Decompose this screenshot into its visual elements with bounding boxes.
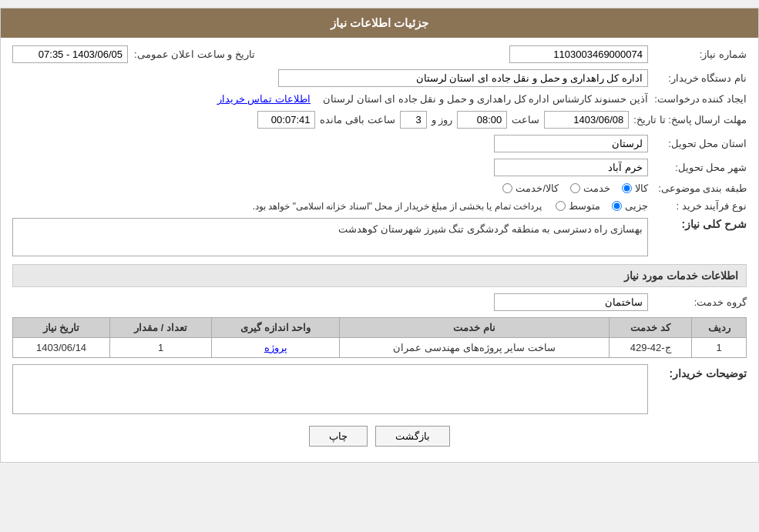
category-kala-label: کالا xyxy=(635,182,648,194)
category-label: طبقه بندی موضوعی: xyxy=(654,182,747,194)
description-value: بهسازی راه دسترسی به منطقه گردشگری تنگ ش… xyxy=(338,223,643,235)
cell-name: ساخت سایر پروژه‌های مهندسی عمران xyxy=(340,338,610,358)
request-number-label: شماره نیاز: xyxy=(654,49,747,60)
city-input[interactable] xyxy=(494,159,648,176)
category-option-kala[interactable]: کالا xyxy=(622,182,648,194)
province-row: استان محل تحویل: xyxy=(12,135,747,152)
process-row: نوع فرآیند خرید : متوسط جزیی پرداخت تمام… xyxy=(12,200,747,212)
process-jozi-radio[interactable] xyxy=(612,201,622,211)
category-radio-group: کالا/خدمت خدمت کالا xyxy=(502,182,648,194)
category-option-kala-khedmat[interactable]: کالا/خدمت xyxy=(502,182,559,194)
col-row: ردیف xyxy=(692,318,747,338)
creator-row: ایجاد کننده درخواست: آذین حسنوند کارشناس… xyxy=(12,93,747,105)
table-row: 1 ج-42-429 ساخت سایر پروژه‌های مهندسی عم… xyxy=(13,338,747,358)
main-container: جزئیات اطلاعات نیاز شماره نیاز: تاریخ و … xyxy=(0,8,759,463)
services-section-title: اطلاعات خدمات مورد نیاز xyxy=(12,264,747,287)
province-input[interactable] xyxy=(494,135,648,152)
category-option-khedmat[interactable]: خدمت xyxy=(570,182,610,194)
service-group-input[interactable] xyxy=(494,293,648,311)
announcement-date-input[interactable] xyxy=(12,45,128,63)
announcement-date-label: تاریخ و ساعت اعلان عمومی: xyxy=(134,49,255,60)
request-number-input[interactable] xyxy=(509,45,648,63)
buyer-notes-textarea[interactable] xyxy=(12,364,648,414)
description-box: بهسازی راه دسترسی به منطقه گردشگری تنگ ش… xyxy=(12,218,648,256)
print-button[interactable]: چاپ xyxy=(309,426,368,447)
category-khedmat-label: خدمت xyxy=(583,182,610,194)
back-button[interactable]: بازگشت xyxy=(375,426,450,447)
buyer-notes-row: توضیحات خریدار: xyxy=(12,364,747,414)
service-group-row: گروه خدمت: xyxy=(12,293,747,311)
deadline-date-input[interactable] xyxy=(544,111,629,129)
buyer-org-row: نام دستگاه خریدار: xyxy=(12,69,747,87)
category-kala-radio[interactable] xyxy=(622,183,632,193)
creator-value: آذین حسنوند کارشناس اداره کل راهداری و ح… xyxy=(323,93,648,105)
table-header-row: ردیف کد خدمت نام خدمت واحد اندازه گیری ت… xyxy=(13,318,747,338)
process-note: پرداخت تمام یا بخشی از مبلغ خریدار از مح… xyxy=(253,201,542,212)
process-option-motavaset[interactable]: متوسط xyxy=(556,200,600,212)
description-section-label: شرح کلی نیاز: xyxy=(654,218,747,230)
contact-link[interactable]: اطلاعات تماس خریدار xyxy=(217,93,311,105)
deadline-label: مهلت ارسال پاسخ: تا تاریخ: xyxy=(633,114,747,125)
province-label: استان محل تحویل: xyxy=(654,138,747,149)
col-unit: واحد اندازه گیری xyxy=(212,318,340,338)
process-motavaset-label: متوسط xyxy=(569,200,600,212)
cell-unit[interactable]: پروژه xyxy=(212,338,340,358)
services-table-container: ردیف کد خدمت نام خدمت واحد اندازه گیری ت… xyxy=(12,317,747,358)
cell-count: 1 xyxy=(110,338,212,358)
deadline-days-label: روز و xyxy=(432,114,453,125)
deadline-time-input[interactable] xyxy=(457,111,507,129)
col-date: تاریخ نیاز xyxy=(13,318,110,338)
deadline-time-label: ساعت xyxy=(512,114,539,125)
col-count: تعداد / مقدار xyxy=(110,318,212,338)
city-row: شهر محل تحویل: xyxy=(12,159,747,176)
deadline-row: مهلت ارسال پاسخ: تا تاریخ: ساعت روز و سا… xyxy=(12,111,747,129)
page-header: جزئیات اطلاعات نیاز xyxy=(1,8,758,38)
process-motavaset-radio[interactable] xyxy=(556,201,566,211)
remaining-label: ساعت باقی مانده xyxy=(320,114,395,125)
process-label: نوع فرآیند خرید : xyxy=(654,200,747,212)
category-kala-khedmat-radio[interactable] xyxy=(502,183,512,193)
services-table: ردیف کد خدمت نام خدمت واحد اندازه گیری ت… xyxy=(12,317,747,358)
city-label: شهر محل تحویل: xyxy=(654,162,747,173)
description-row: شرح کلی نیاز: بهسازی راه دسترسی به منطقه… xyxy=(12,218,747,256)
category-row: طبقه بندی موضوعی: کالا/خدمت خدمت کالا xyxy=(12,182,747,194)
request-number-row: شماره نیاز: تاریخ و ساعت اعلان عمومی: xyxy=(12,45,747,63)
footer-buttons: بازگشت چاپ xyxy=(12,426,747,447)
buyer-org-input[interactable] xyxy=(278,69,648,87)
col-code: کد خدمت xyxy=(609,318,691,338)
process-jozi-label: جزیی xyxy=(625,200,648,212)
page-title: جزئیات اطلاعات نیاز xyxy=(331,16,428,29)
cell-date: 1403/06/14 xyxy=(13,338,110,358)
cell-code: ج-42-429 xyxy=(609,338,691,358)
deadline-days-input[interactable] xyxy=(400,111,427,129)
buyer-org-label: نام دستگاه خریدار: xyxy=(654,72,747,84)
buyer-notes-label: توضیحات خریدار: xyxy=(654,364,747,380)
service-group-label: گروه خدمت: xyxy=(654,296,747,308)
cell-row: 1 xyxy=(692,338,747,358)
process-option-jozi[interactable]: جزیی xyxy=(612,200,648,212)
creator-label: ایجاد کننده درخواست: xyxy=(654,93,747,105)
col-name: نام خدمت xyxy=(340,318,610,338)
remaining-time-input[interactable] xyxy=(257,111,315,129)
category-khedmat-radio[interactable] xyxy=(570,183,580,193)
category-kala-khedmat-label: کالا/خدمت xyxy=(516,182,559,194)
content-area: شماره نیاز: تاریخ و ساعت اعلان عمومی: نا… xyxy=(1,38,758,462)
process-radio-group: متوسط جزیی xyxy=(556,200,648,212)
